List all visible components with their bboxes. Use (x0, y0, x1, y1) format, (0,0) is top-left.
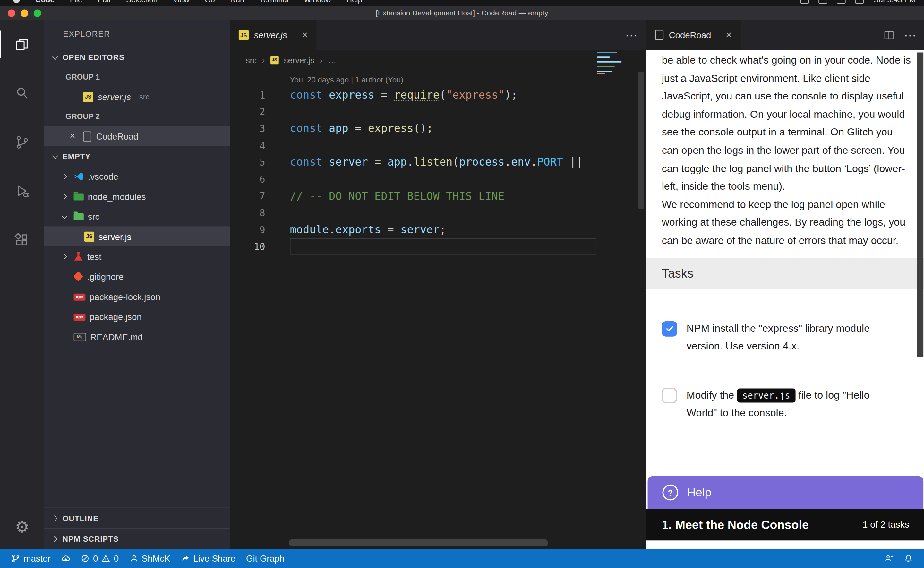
notifications-item[interactable] (898, 549, 918, 568)
menu-item-code[interactable]: Code (35, 0, 54, 4)
line-number[interactable]: 3 (230, 123, 265, 134)
line-number[interactable]: 10 (230, 241, 265, 252)
line-number[interactable]: 9 (230, 224, 265, 236)
line-number[interactable]: 5 (230, 157, 265, 168)
code-line[interactable]: 3const app = express(); (230, 120, 646, 137)
tree-item-test[interactable]: test (44, 246, 230, 266)
tree-item-serverjs[interactable]: server.js (44, 226, 230, 246)
close-icon[interactable]: × (67, 131, 78, 142)
code-token: server (329, 156, 368, 168)
code-line[interactable]: 2 (230, 104, 646, 121)
tab-coderoad[interactable]: CodeRoad × (647, 20, 740, 50)
breadcrumb-more[interactable]: … (328, 55, 336, 65)
workspace-section-header[interactable]: EMPTY (44, 147, 230, 166)
line-number[interactable]: 6 (230, 174, 265, 185)
account-item[interactable]: ShMcK (124, 549, 175, 568)
settings-gear-icon[interactable]: ⚙ (15, 512, 29, 542)
sync-changes-item[interactable] (56, 549, 75, 568)
breadcrumb-file[interactable]: server.js (284, 55, 315, 65)
feedback-item[interactable] (879, 549, 898, 568)
source-control-icon[interactable] (0, 118, 44, 166)
menu-item-help[interactable]: Help (347, 0, 362, 4)
code-token: server (400, 224, 440, 236)
lesson-text: be able to check what's going on in your… (647, 50, 924, 250)
code-line[interactable]: 5const server = app.listen(process.env.P… (230, 154, 646, 171)
code-line[interactable]: 10 (230, 239, 646, 255)
coderoad-panel: CodeRoad × ⋯ be able to check what's goi… (646, 20, 924, 549)
markdown-icon (74, 333, 86, 341)
line-number[interactable]: 2 (230, 106, 265, 118)
git-graph-item[interactable]: Git Graph (241, 549, 290, 568)
menubar-status-icon[interactable] (855, 0, 864, 3)
close-window-button[interactable] (8, 9, 15, 17)
git-branch-item[interactable]: master (6, 549, 56, 568)
zoom-window-button[interactable] (34, 9, 41, 17)
menubar-status-icon[interactable] (800, 0, 809, 3)
code-line[interactable]: 7// -- DO NOT EDIT BELOW THIS LINE (230, 188, 646, 205)
editor-more-actions-icon[interactable]: ⋯ (625, 28, 638, 42)
codelens-annotation[interactable]: You, 20 days ago | 1 author (You) (230, 69, 646, 87)
menu-item-file[interactable]: File (70, 0, 82, 4)
tree-item-src[interactable]: src (44, 206, 230, 226)
menu-item-selection[interactable]: Selection (126, 0, 158, 4)
open-editors-header[interactable]: OPEN EDITORS (44, 47, 230, 67)
tab-serverjs[interactable]: server.js × (230, 20, 317, 50)
live-share-item[interactable]: Live Share (175, 549, 241, 568)
line-number[interactable]: 1 (230, 89, 265, 101)
code-line[interactable]: 4 (230, 137, 646, 154)
tree-item-gitignore[interactable]: .gitignore (44, 266, 230, 286)
panel-more-actions-icon[interactable]: ⋯ (904, 28, 916, 42)
breadcrumb-src[interactable]: src (246, 55, 257, 65)
lesson-paragraph: We recommend to keep the log panel open … (662, 195, 912, 250)
menu-item-go[interactable]: Go (205, 0, 215, 4)
vertical-scrollbar[interactable] (638, 72, 644, 208)
vscode-folder-icon (74, 171, 84, 181)
menubar-status-icon[interactable] (819, 0, 828, 3)
code-line[interactable]: 6 (230, 171, 646, 188)
npm-scripts-section-header[interactable]: NPM SCRIPTS (44, 528, 230, 549)
line-number[interactable]: 8 (230, 207, 265, 219)
tree-item-package-json[interactable]: package.json (44, 307, 230, 326)
apple-menu-icon[interactable] (13, 0, 20, 3)
title-bar[interactable]: [Extension Development Host] - CodeRoad … (0, 6, 924, 21)
outline-section-header[interactable]: OUTLINE (44, 508, 230, 528)
file-icon (83, 131, 92, 141)
help-bar[interactable]: ? Help (648, 476, 924, 509)
checkbox-checked[interactable] (662, 321, 677, 336)
menu-item-run[interactable]: Run (231, 0, 244, 4)
run-and-debug-icon[interactable] (0, 167, 44, 216)
explorer-icon[interactable] (0, 20, 44, 69)
tree-item-package-lock[interactable]: package-lock.json (44, 287, 230, 307)
minimap[interactable] (597, 52, 627, 74)
bell-icon (904, 554, 913, 563)
open-editor-coderoad[interactable]: × CodeRoad (44, 126, 230, 146)
menubar-status-icon[interactable] (837, 0, 846, 3)
problems-item[interactable]: 0 0 (75, 549, 124, 568)
code-token (323, 156, 329, 168)
line-number[interactable]: 7 (230, 190, 265, 202)
menubar-clock[interactable]: Sat 5:45 PM (874, 0, 916, 4)
tree-item-readme[interactable]: README.md (44, 327, 230, 347)
search-icon[interactable] (0, 69, 44, 118)
menu-item-window[interactable]: Window (304, 0, 331, 4)
close-tab-icon[interactable]: × (726, 29, 731, 41)
minimize-window-button[interactable] (21, 9, 28, 17)
javascript-file-icon (270, 56, 279, 64)
line-number[interactable]: 4 (230, 140, 265, 151)
tree-item-node-modules[interactable]: node_modules (44, 186, 230, 206)
horizontal-scrollbar[interactable] (289, 539, 548, 547)
code-line[interactable]: 1const express = require("express"); (230, 87, 646, 104)
close-tab-icon[interactable]: × (302, 29, 307, 41)
code-line[interactable]: 9module.exports = server; (230, 221, 646, 239)
tree-item-vscode[interactable]: .vscode (44, 166, 230, 186)
split-editor-icon[interactable] (884, 30, 894, 40)
menu-item-edit[interactable]: Edit (98, 0, 111, 4)
javascript-file-icon (239, 30, 249, 40)
menu-item-terminal[interactable]: Terminal (259, 0, 288, 4)
open-editor-serverjs[interactable]: server.js src (44, 87, 230, 107)
extensions-icon[interactable] (0, 216, 44, 264)
webview-scrollbar[interactable] (917, 52, 923, 357)
menu-item-view[interactable]: View (173, 0, 189, 4)
code-line[interactable]: 8 (230, 205, 646, 222)
checkbox-unchecked[interactable] (662, 388, 677, 403)
